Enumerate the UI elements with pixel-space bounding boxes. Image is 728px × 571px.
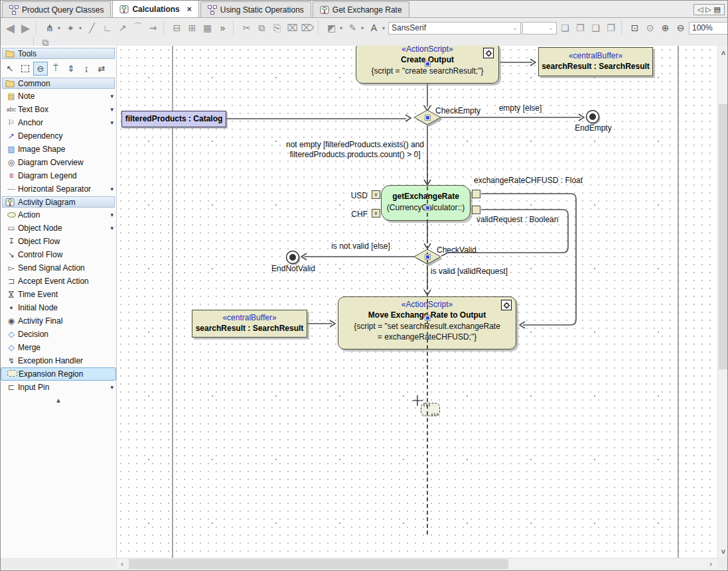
delete-button[interactable]: ⌧ (285, 21, 299, 35)
objectflow-filteredproducts-to-checkempty[interactable] (226, 115, 411, 121)
element-handle[interactable] (425, 115, 431, 121)
element-handle[interactable] (425, 61, 431, 67)
output-pin-validrequest[interactable] (472, 206, 480, 214)
font-color-button[interactable]: A (367, 21, 381, 35)
controlflow-is-not-valid[interactable] (301, 253, 414, 260)
stack-shapes-button[interactable]: ⊞ (185, 21, 199, 35)
pin-label-validrequest-boolean[interactable]: validRequest : Boolean (476, 215, 558, 224)
chevron-down-icon[interactable] (106, 106, 113, 113)
scroll-left-button[interactable]: ‹ (117, 558, 127, 569)
scroll-right-button[interactable]: › (705, 558, 716, 569)
pin-label-exchangerate-float[interactable]: exchangeRateCHFUSD : Float (474, 176, 583, 185)
marquee-tool[interactable] (18, 62, 33, 76)
cut-button[interactable]: ✂ (240, 21, 254, 35)
central-buffer-searchresult-top[interactable]: «centralBuffer» searchResult : SearchRes… (538, 47, 653, 76)
zoom-in-button[interactable]: ⊕ (658, 21, 672, 35)
chevron-down-icon[interactable] (340, 25, 344, 31)
font-name-select[interactable]: SansSerif (388, 22, 521, 34)
prev-tab-button[interactable]: ◁ (697, 5, 703, 14)
sidebar-item-control-flow[interactable]: ↘Control Flow (1, 248, 116, 261)
sidebar-item-input-pin[interactable]: ⊏Input Pin (1, 381, 116, 394)
refactor-button[interactable]: ❒ (604, 21, 618, 35)
palette-scroll-up-indicator[interactable]: ▲ (1, 397, 116, 404)
sidebar-item-merge[interactable]: ◇Merge (1, 341, 116, 354)
to-back-button[interactable]: ❐ (573, 21, 587, 35)
line-curved-button[interactable]: ⌒ (131, 21, 145, 35)
chevron-down-icon[interactable] (106, 186, 113, 192)
sidebar-item-note[interactable]: ▤Note (1, 90, 116, 103)
chevron-down-icon[interactable] (58, 25, 62, 31)
font-size-select[interactable] (522, 22, 557, 34)
guard-label-not-empty[interactable]: not empty [filteredProducts.exists() and… (279, 140, 431, 160)
tab-product-query-classes[interactable]: Product Query Classes (2, 1, 111, 17)
chevron-down-icon[interactable] (382, 25, 387, 31)
chevron-down-icon[interactable] (106, 225, 113, 231)
zoom-level-select[interactable]: 100% (689, 22, 728, 34)
element-handle[interactable] (425, 205, 431, 211)
line-rectilinear-button[interactable]: ∟ (100, 21, 114, 35)
stamp-tool[interactable]: ⍑ (48, 62, 63, 76)
sidebar-item-object-flow[interactable]: ↧Object Flow (1, 235, 116, 248)
chevron-down-icon[interactable] (106, 93, 113, 99)
pin-label-chf[interactable]: CHF (336, 210, 368, 219)
make-same-size-button[interactable]: ⊟ (170, 21, 184, 35)
line-spline-button[interactable]: ⇝ (146, 21, 160, 35)
input-pin-chf[interactable]: ∨ (372, 209, 380, 218)
sidebar-item-text-box[interactable]: abcText Box (1, 103, 116, 116)
sidebar-item-dependency[interactable]: ↗Dependency (1, 129, 116, 143)
final-node-label-endempty[interactable]: EndEmpty (568, 123, 619, 133)
line-color-button[interactable]: ✎ (346, 21, 360, 35)
tab-using-static-operations[interactable]: Using Static Operations (200, 1, 311, 17)
common-section-header[interactable]: Common (2, 78, 115, 89)
paste-button[interactable]: ⎘ (270, 21, 284, 35)
decision-label-checkvalid[interactable]: CheckValid (437, 245, 476, 255)
objectflow-create-to-buffer[interactable] (500, 59, 536, 66)
output-pin-exchangerate[interactable] (472, 190, 480, 198)
central-buffer-searchresult-bottom[interactable]: «centralBuffer» searchResult : SearchRes… (192, 310, 307, 338)
zoom-fit-button[interactable]: ⊙ (643, 21, 657, 35)
chevron-down-icon[interactable] (106, 212, 113, 218)
align-grid-button[interactable]: ▦ (200, 21, 214, 35)
vertical-scrollbar[interactable]: ʌ v (717, 46, 728, 558)
scroll-up-button[interactable]: ʌ (718, 47, 728, 58)
vertical-scrollbar-thumb[interactable] (719, 104, 728, 369)
sidebar-item-horizontal-separator[interactable]: ----Horizontal Separator (1, 182, 116, 196)
connector-tool[interactable]: ⊖ (33, 62, 48, 76)
forward-button[interactable]: ▶ (19, 21, 33, 35)
input-pin-usd[interactable]: ∨ (372, 190, 380, 199)
chevron-down-icon[interactable] (79, 25, 84, 31)
element-handle[interactable] (425, 254, 431, 260)
activity-parameter-filteredproducts[interactable]: filteredProducts : Catalog (121, 111, 226, 127)
sidebar-item-object-node[interactable]: ▭Object Node (1, 222, 116, 235)
element-handle[interactable] (425, 315, 431, 321)
pin-label-usd[interactable]: USD (336, 191, 368, 200)
sidebar-item-time-event[interactable]: ⋈Time Event (1, 288, 116, 301)
sidebar-item-image-shape[interactable]: ▨Image Shape (1, 143, 116, 156)
horizontal-scrollbar-thumb[interactable] (129, 559, 508, 569)
diagram-canvas[interactable]: «ActionScript» Create Output {script = "… (117, 46, 717, 558)
sidebar-item-initial-node[interactable]: ●Initial Node (1, 301, 116, 314)
guard-label-empty-else[interactable]: empty [else] (480, 103, 560, 113)
sidebar-item-diagram-legend[interactable]: ≡Diagram Legend (1, 169, 116, 182)
expand-vertically-tool[interactable]: ⇕ (64, 62, 78, 76)
tools-section-header[interactable]: Tools (2, 48, 115, 59)
sidebar-item-diagram-overview[interactable]: ◎Diagram Overview (1, 156, 116, 169)
horizontal-scrollbar[interactable]: ‹ › (117, 558, 717, 569)
sidebar-item-decision[interactable]: ◇Decision (1, 328, 116, 341)
sidebar-item-anchor[interactable]: ⚐Anchor (1, 116, 116, 129)
final-node-label-endnotvalid[interactable]: EndNotValid (267, 264, 319, 273)
line-straight-button[interactable]: ╱ (85, 21, 99, 35)
layout-tree-button[interactable]: ⋔ (42, 21, 56, 35)
guard-label-is-not-valid[interactable]: is not valid [else] (316, 241, 405, 251)
scroll-down-button[interactable]: v (718, 546, 728, 556)
delete-from-model-button[interactable]: ⌦ (301, 21, 315, 35)
back-button[interactable]: ◀ (3, 21, 17, 35)
line-oblique-button[interactable]: ↗ (115, 21, 129, 35)
zoom-region-button[interactable]: ⊡ (628, 21, 642, 35)
to-front-button[interactable]: ❏ (558, 21, 572, 35)
select-tool[interactable]: ↖ (3, 62, 17, 76)
compress-tool[interactable]: ↨ (79, 62, 94, 76)
sidebar-item-accept-event-action[interactable]: ⊐Accept Event Action (1, 275, 116, 288)
select-related-button[interactable]: ❑ (589, 21, 603, 35)
reset-tool[interactable]: ⇄ (94, 62, 109, 76)
